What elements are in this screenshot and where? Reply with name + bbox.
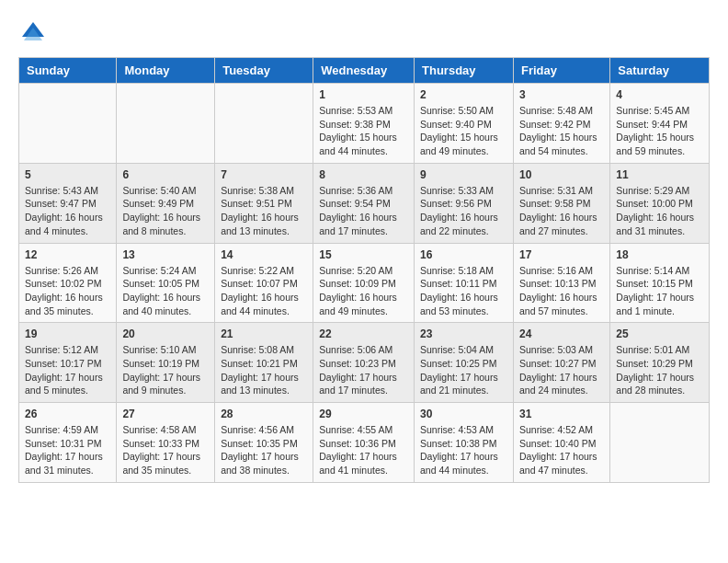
calendar-week-row: 5Sunrise: 5:43 AM Sunset: 9:47 PM Daylig… bbox=[19, 163, 710, 243]
calendar-cell: 31Sunrise: 4:52 AM Sunset: 10:40 PM Dayl… bbox=[513, 403, 609, 483]
day-number: 16 bbox=[420, 248, 507, 261]
calendar-cell: 2Sunrise: 5:50 AM Sunset: 9:40 PM Daylig… bbox=[415, 84, 514, 164]
day-number: 17 bbox=[519, 248, 604, 261]
day-info: Sunrise: 5:10 AM Sunset: 10:19 PM Daylig… bbox=[122, 343, 209, 397]
day-info: Sunrise: 5:40 AM Sunset: 9:49 PM Dayligh… bbox=[122, 184, 209, 238]
day-number: 7 bbox=[221, 168, 307, 181]
day-number: 12 bbox=[25, 248, 110, 261]
day-info: Sunrise: 5:31 AM Sunset: 9:58 PM Dayligh… bbox=[519, 184, 604, 238]
calendar-cell: 22Sunrise: 5:06 AM Sunset: 10:23 PM Dayl… bbox=[313, 323, 415, 403]
day-info: Sunrise: 5:43 AM Sunset: 9:47 PM Dayligh… bbox=[25, 184, 110, 238]
calendar-cell: 24Sunrise: 5:03 AM Sunset: 10:27 PM Dayl… bbox=[513, 323, 609, 403]
day-info: Sunrise: 5:04 AM Sunset: 10:25 PM Daylig… bbox=[420, 343, 507, 397]
header-day: Monday bbox=[117, 58, 215, 84]
calendar-table: SundayMondayTuesdayWednesdayThursdayFrid… bbox=[18, 57, 710, 483]
calendar-cell: 16Sunrise: 5:18 AM Sunset: 10:11 PM Dayl… bbox=[415, 243, 514, 323]
header-day: Wednesday bbox=[313, 58, 415, 84]
day-info: Sunrise: 4:53 AM Sunset: 10:38 PM Daylig… bbox=[420, 423, 507, 477]
header-day: Friday bbox=[513, 58, 609, 84]
calendar-cell: 25Sunrise: 5:01 AM Sunset: 10:29 PM Dayl… bbox=[610, 323, 710, 403]
day-info: Sunrise: 5:22 AM Sunset: 10:07 PM Daylig… bbox=[221, 264, 307, 318]
day-number: 10 bbox=[519, 168, 604, 181]
calendar-header: SundayMondayTuesdayWednesdayThursdayFrid… bbox=[19, 58, 710, 84]
day-info: Sunrise: 5:14 AM Sunset: 10:15 PM Daylig… bbox=[616, 264, 703, 318]
header-day: Saturday bbox=[610, 58, 710, 84]
day-info: Sunrise: 5:50 AM Sunset: 9:40 PM Dayligh… bbox=[420, 104, 507, 158]
calendar-cell: 17Sunrise: 5:16 AM Sunset: 10:13 PM Dayl… bbox=[513, 243, 609, 323]
day-number: 25 bbox=[616, 327, 703, 340]
day-number: 4 bbox=[616, 88, 703, 101]
day-number: 30 bbox=[420, 408, 507, 420]
day-info: Sunrise: 5:48 AM Sunset: 9:42 PM Dayligh… bbox=[519, 104, 604, 158]
calendar-cell: 11Sunrise: 5:29 AM Sunset: 10:00 PM Dayl… bbox=[610, 163, 710, 243]
day-info: Sunrise: 5:36 AM Sunset: 9:54 PM Dayligh… bbox=[319, 184, 408, 238]
calendar-cell: 9Sunrise: 5:33 AM Sunset: 9:56 PM Daylig… bbox=[415, 163, 514, 243]
day-number: 27 bbox=[122, 408, 209, 420]
day-info: Sunrise: 5:06 AM Sunset: 10:23 PM Daylig… bbox=[319, 343, 408, 397]
day-info: Sunrise: 5:18 AM Sunset: 10:11 PM Daylig… bbox=[420, 264, 507, 318]
calendar-cell: 5Sunrise: 5:43 AM Sunset: 9:47 PM Daylig… bbox=[19, 163, 117, 243]
calendar-cell bbox=[215, 84, 313, 164]
day-info: Sunrise: 4:59 AM Sunset: 10:31 PM Daylig… bbox=[25, 423, 110, 477]
calendar-cell bbox=[19, 84, 117, 164]
day-number: 31 bbox=[519, 408, 604, 420]
day-number: 1 bbox=[319, 88, 408, 101]
day-info: Sunrise: 5:08 AM Sunset: 10:21 PM Daylig… bbox=[221, 343, 307, 397]
day-info: Sunrise: 4:56 AM Sunset: 10:35 PM Daylig… bbox=[221, 423, 307, 477]
day-info: Sunrise: 5:24 AM Sunset: 10:05 PM Daylig… bbox=[122, 264, 209, 318]
day-number: 5 bbox=[25, 168, 110, 181]
day-number: 3 bbox=[519, 88, 604, 101]
day-number: 2 bbox=[420, 88, 507, 101]
day-info: Sunrise: 4:52 AM Sunset: 10:40 PM Daylig… bbox=[519, 423, 604, 477]
calendar-cell bbox=[610, 403, 710, 483]
calendar-cell: 8Sunrise: 5:36 AM Sunset: 9:54 PM Daylig… bbox=[313, 163, 415, 243]
calendar-cell: 26Sunrise: 4:59 AM Sunset: 10:31 PM Dayl… bbox=[19, 403, 117, 483]
calendar-week-row: 1Sunrise: 5:53 AM Sunset: 9:38 PM Daylig… bbox=[19, 84, 710, 164]
calendar-cell: 6Sunrise: 5:40 AM Sunset: 9:49 PM Daylig… bbox=[117, 163, 215, 243]
day-info: Sunrise: 5:38 AM Sunset: 9:51 PM Dayligh… bbox=[221, 184, 307, 238]
calendar-week-row: 26Sunrise: 4:59 AM Sunset: 10:31 PM Dayl… bbox=[19, 403, 710, 483]
header-day: Sunday bbox=[19, 58, 117, 84]
calendar-week-row: 19Sunrise: 5:12 AM Sunset: 10:17 PM Dayl… bbox=[19, 323, 710, 403]
day-number: 28 bbox=[221, 408, 307, 420]
calendar-cell: 3Sunrise: 5:48 AM Sunset: 9:42 PM Daylig… bbox=[513, 84, 609, 164]
day-info: Sunrise: 5:03 AM Sunset: 10:27 PM Daylig… bbox=[519, 343, 604, 397]
calendar-cell: 12Sunrise: 5:26 AM Sunset: 10:02 PM Dayl… bbox=[19, 243, 117, 323]
day-number: 26 bbox=[25, 408, 110, 420]
calendar-cell: 27Sunrise: 4:58 AM Sunset: 10:33 PM Dayl… bbox=[117, 403, 215, 483]
logo-icon bbox=[18, 18, 48, 48]
calendar-cell: 7Sunrise: 5:38 AM Sunset: 9:51 PM Daylig… bbox=[215, 163, 313, 243]
day-number: 18 bbox=[616, 248, 703, 261]
calendar-cell: 23Sunrise: 5:04 AM Sunset: 10:25 PM Dayl… bbox=[415, 323, 514, 403]
day-number: 15 bbox=[319, 248, 408, 261]
day-info: Sunrise: 5:20 AM Sunset: 10:09 PM Daylig… bbox=[319, 264, 408, 318]
day-number: 24 bbox=[519, 327, 604, 340]
day-info: Sunrise: 5:33 AM Sunset: 9:56 PM Dayligh… bbox=[420, 184, 507, 238]
calendar-cell: 30Sunrise: 4:53 AM Sunset: 10:38 PM Dayl… bbox=[415, 403, 514, 483]
header-day: Tuesday bbox=[215, 58, 313, 84]
day-info: Sunrise: 5:12 AM Sunset: 10:17 PM Daylig… bbox=[25, 343, 110, 397]
day-number: 13 bbox=[122, 248, 209, 261]
day-info: Sunrise: 4:55 AM Sunset: 10:36 PM Daylig… bbox=[319, 423, 408, 477]
day-number: 11 bbox=[616, 168, 703, 181]
day-info: Sunrise: 5:53 AM Sunset: 9:38 PM Dayligh… bbox=[319, 104, 408, 158]
day-info: Sunrise: 4:58 AM Sunset: 10:33 PM Daylig… bbox=[122, 423, 209, 477]
day-number: 14 bbox=[221, 248, 307, 261]
calendar-week-row: 12Sunrise: 5:26 AM Sunset: 10:02 PM Dayl… bbox=[19, 243, 710, 323]
calendar-cell: 21Sunrise: 5:08 AM Sunset: 10:21 PM Dayl… bbox=[215, 323, 313, 403]
calendar-cell: 19Sunrise: 5:12 AM Sunset: 10:17 PM Dayl… bbox=[19, 323, 117, 403]
header-day: Thursday bbox=[415, 58, 514, 84]
calendar-cell: 28Sunrise: 4:56 AM Sunset: 10:35 PM Dayl… bbox=[215, 403, 313, 483]
day-info: Sunrise: 5:01 AM Sunset: 10:29 PM Daylig… bbox=[616, 343, 703, 397]
calendar-cell: 14Sunrise: 5:22 AM Sunset: 10:07 PM Dayl… bbox=[215, 243, 313, 323]
page-header bbox=[18, 18, 710, 48]
day-number: 19 bbox=[25, 327, 110, 340]
day-info: Sunrise: 5:26 AM Sunset: 10:02 PM Daylig… bbox=[25, 264, 110, 318]
calendar-cell: 15Sunrise: 5:20 AM Sunset: 10:09 PM Dayl… bbox=[313, 243, 415, 323]
day-info: Sunrise: 5:45 AM Sunset: 9:44 PM Dayligh… bbox=[616, 104, 703, 158]
logo bbox=[18, 18, 51, 48]
day-info: Sunrise: 5:16 AM Sunset: 10:13 PM Daylig… bbox=[519, 264, 604, 318]
day-number: 20 bbox=[122, 327, 209, 340]
day-number: 29 bbox=[319, 408, 408, 420]
day-number: 8 bbox=[319, 168, 408, 181]
